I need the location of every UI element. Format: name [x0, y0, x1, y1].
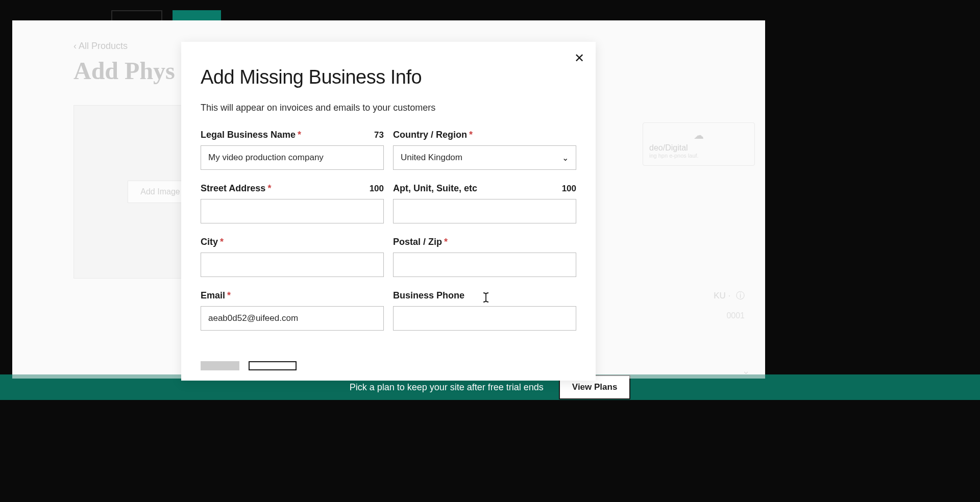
- char-count: 100: [370, 184, 384, 194]
- close-icon: ✕: [574, 51, 584, 65]
- field-label-row: Street Address* 100: [201, 183, 384, 194]
- modal-footer: [201, 361, 576, 370]
- char-count: 100: [562, 184, 576, 194]
- postal-label: Postal / Zip*: [393, 237, 448, 247]
- country-label: Country / Region*: [393, 130, 473, 140]
- phone-field: Business Phone: [393, 290, 576, 331]
- legal-name-field: Legal Business Name* 73: [201, 130, 384, 170]
- country-select-wrapper: United Kingdom ⌄: [393, 145, 576, 170]
- legal-name-label: Legal Business Name*: [201, 130, 301, 140]
- country-select[interactable]: United Kingdom ⌄: [393, 145, 576, 170]
- email-label: Email*: [201, 290, 231, 301]
- field-label-row: Country / Region*: [393, 130, 576, 140]
- field-label-row: Business Phone: [393, 290, 576, 301]
- field-label-row: Postal / Zip*: [393, 237, 576, 247]
- close-button[interactable]: ✕: [574, 52, 584, 64]
- phone-label: Business Phone: [393, 290, 464, 301]
- footer-button-secondary[interactable]: [201, 361, 239, 370]
- required-star: *: [298, 130, 301, 140]
- country-value: United Kingdom: [401, 153, 462, 163]
- form-grid: Legal Business Name* 73 Country / Region…: [201, 130, 576, 331]
- field-label-row: Legal Business Name* 73: [201, 130, 384, 140]
- footer-button-primary[interactable]: [249, 361, 297, 370]
- city-input[interactable]: [201, 253, 384, 277]
- city-label: City*: [201, 237, 224, 247]
- country-field: Country / Region* United Kingdom ⌄: [393, 130, 576, 170]
- trial-text: Pick a plan to keep your site after free…: [350, 382, 544, 393]
- char-count: 73: [374, 130, 384, 140]
- phone-input[interactable]: [393, 306, 576, 331]
- chevron-down-icon: ⌄: [562, 153, 569, 163]
- required-star: *: [444, 237, 448, 247]
- street-input[interactable]: [201, 199, 384, 223]
- required-star: *: [227, 290, 231, 300]
- apt-label: Apt, Unit, Suite, etc: [393, 183, 477, 194]
- email-input[interactable]: [201, 306, 384, 331]
- field-label-row: Apt, Unit, Suite, etc 100: [393, 183, 576, 194]
- business-info-modal: ✕ Add Missing Business Info This will ap…: [181, 42, 596, 381]
- required-star: *: [469, 130, 473, 140]
- apt-field: Apt, Unit, Suite, etc 100: [393, 183, 576, 223]
- city-field: City*: [201, 237, 384, 277]
- required-star: *: [220, 237, 224, 247]
- street-address-field: Street Address* 100: [201, 183, 384, 223]
- email-field: Email*: [201, 290, 384, 331]
- modal-subtitle: This will appear on invoices and emails …: [201, 103, 576, 113]
- street-label: Street Address*: [201, 183, 271, 194]
- field-label-row: Email*: [201, 290, 384, 301]
- modal-title: Add Missing Business Info: [201, 66, 576, 88]
- apt-input[interactable]: [393, 199, 576, 223]
- bottom-dark-panel: [0, 400, 980, 502]
- postal-input[interactable]: [393, 253, 576, 277]
- postal-field: Postal / Zip*: [393, 237, 576, 277]
- field-label-row: City*: [201, 237, 384, 247]
- legal-name-input[interactable]: [201, 145, 384, 170]
- required-star: *: [267, 183, 271, 193]
